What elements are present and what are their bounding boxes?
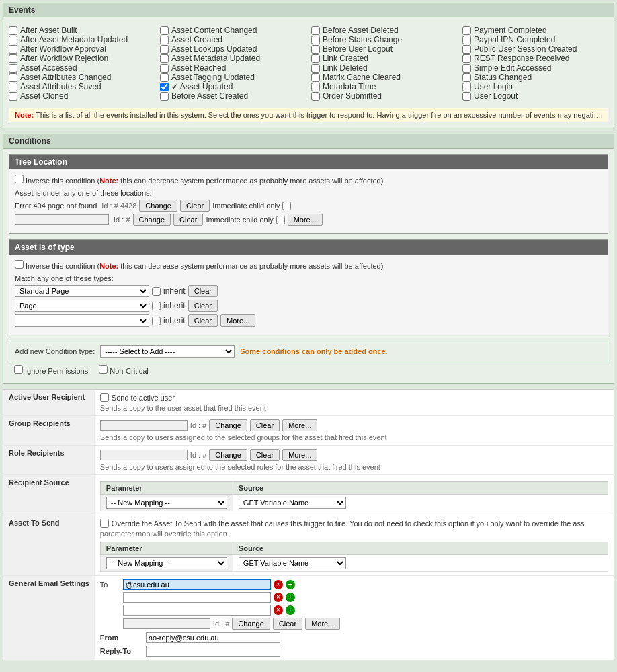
role-recipients-clear[interactable]: Clear (250, 449, 280, 461)
active-user-label-cell: Active User Recipient (3, 390, 95, 416)
group-recipients-input[interactable] (100, 420, 188, 431)
general-email-replyto-input[interactable] (146, 646, 280, 657)
general-email-to-input-row-2: × + (123, 592, 608, 603)
event-after-metadata-checkbox[interactable] (9, 36, 17, 44)
event-link-deleted-checkbox[interactable] (311, 64, 320, 73)
non-critical-checkbox[interactable] (99, 365, 108, 374)
tree-location-clear-2[interactable]: Clear (173, 214, 203, 226)
general-email-remove-1[interactable]: × (274, 580, 283, 589)
asset-type-clear-1[interactable]: Clear (188, 285, 218, 297)
general-email-remove-3[interactable]: × (274, 605, 283, 615)
tree-location-immediate-checkbox-2[interactable] (276, 216, 285, 224)
general-email-from-input[interactable] (146, 632, 280, 643)
active-user-send-checkbox[interactable] (100, 393, 109, 402)
asset-to-send-param-select[interactable]: -- New Mapping -- (106, 557, 227, 569)
event-rest-response-checkbox[interactable] (462, 54, 471, 63)
group-recipients-clear[interactable]: Clear (250, 419, 280, 431)
event-asset-cloned-checkbox[interactable] (9, 92, 17, 101)
asset-type-clear-3[interactable]: Clear (188, 314, 218, 327)
asset-type-match-label: Match any one of these types: (15, 274, 114, 282)
ignore-permissions-checkbox[interactable] (14, 365, 23, 374)
role-recipients-change[interactable]: Change (209, 449, 247, 461)
asset-type-block: Asset is of type Inverse this condition … (9, 239, 608, 335)
asset-type-inverse-row: Inverse this condition (Note: this can d… (15, 260, 602, 270)
asset-type-select-3[interactable] (15, 314, 149, 327)
role-recipients-id-row: Id : # Change Clear More... (100, 449, 608, 461)
asset-type-inherit-checkbox-1[interactable] (152, 287, 161, 296)
tree-location-more-2[interactable]: More... (288, 214, 323, 226)
asset-type-inverse-checkbox[interactable] (15, 260, 24, 269)
asset-type-inherit-checkbox-2[interactable] (152, 302, 161, 310)
tree-location-clear-1[interactable]: Clear (180, 200, 210, 212)
event-before-asset-created-checkbox[interactable] (160, 92, 169, 101)
asset-type-select-2[interactable]: Page (15, 300, 149, 312)
tree-location-immediate-checkbox-1[interactable] (282, 202, 291, 210)
asset-to-send-data-row: -- New Mapping -- GET Variable Name (100, 555, 608, 572)
event-paypal-ipn-checkbox[interactable] (462, 36, 471, 44)
event-user-logout-checkbox[interactable] (462, 92, 471, 101)
asset-type-inherit-label-1: inherit (163, 286, 186, 296)
recipient-source-param-select[interactable]: -- New Mapping -- (106, 497, 227, 509)
event-workflow-approval-checkbox[interactable] (9, 45, 17, 54)
general-email-to-clear[interactable]: Clear (273, 618, 302, 630)
asset-type-select-1[interactable]: Standard Page (15, 285, 149, 297)
role-recipients-more[interactable]: More... (282, 449, 317, 461)
event-workflow-rejection-checkbox[interactable] (9, 54, 17, 63)
event-asset-accessed-checkbox[interactable] (9, 64, 17, 73)
general-email-remove-2[interactable]: × (274, 593, 283, 602)
asset-type-inherit-checkbox-3[interactable] (152, 317, 161, 325)
general-email-to-input-3[interactable] (123, 605, 271, 616)
event-lookups-updated-checkbox[interactable] (160, 45, 169, 54)
event-content-changed-checkbox[interactable] (160, 26, 169, 35)
event-attributes-changed-checkbox[interactable] (9, 73, 17, 82)
event-asset-reached: Asset Reached (160, 63, 306, 73)
asset-type-items: Standard Page inherit Clear Page inherit… (15, 285, 602, 327)
event-simple-edit-checkbox[interactable] (462, 64, 471, 73)
recipient-source-source-select[interactable]: GET Variable Name (239, 497, 346, 509)
event-asset-reached-checkbox[interactable] (160, 64, 169, 73)
tree-location-input-2[interactable] (15, 214, 109, 225)
group-recipients-change[interactable]: Change (209, 419, 247, 431)
general-email-add-2[interactable]: + (286, 593, 295, 602)
event-payment-completed-checkbox[interactable] (462, 26, 471, 35)
general-email-to-input-1[interactable] (123, 579, 271, 590)
event-before-user-logout-label: Before User Logout (323, 44, 393, 54)
event-before-asset-deleted-checkbox[interactable] (311, 26, 320, 35)
events-body: After Asset Built After Asset Metadata U… (3, 17, 614, 128)
general-email-add-3[interactable]: + (286, 605, 295, 615)
event-tagging-updated-checkbox[interactable] (160, 73, 169, 82)
event-status-changed-checkbox[interactable] (462, 73, 471, 82)
asset-type-more-3[interactable]: More... (220, 314, 255, 327)
event-after-asset-built-checkbox[interactable] (9, 26, 17, 35)
tree-location-inverse-checkbox[interactable] (15, 175, 24, 183)
tree-location-change-1[interactable]: Change (139, 200, 177, 212)
event-attributes-saved-checkbox[interactable] (9, 83, 17, 91)
general-email-to-more[interactable]: More... (305, 618, 340, 630)
event-link-deleted-label: Link Deleted (323, 63, 368, 73)
general-email-to-input-2[interactable] (123, 592, 271, 603)
asset-type-clear-2[interactable]: Clear (188, 300, 218, 312)
event-asset-meta-updated-checkbox[interactable] (160, 54, 169, 63)
event-user-login-checkbox[interactable] (462, 83, 471, 91)
add-condition-select[interactable]: ----- Select to Add ---- (100, 345, 235, 358)
tree-location-immediate-label-1: Immediate child only (212, 202, 280, 210)
event-metadata-time-label: Metadata Time (323, 82, 376, 91)
group-recipients-more[interactable]: More... (282, 419, 317, 431)
general-email-add-1[interactable]: + (286, 580, 295, 589)
role-recipients-input[interactable] (100, 450, 188, 460)
event-order-submitted-checkbox[interactable] (311, 92, 320, 101)
event-link-created-checkbox[interactable] (311, 54, 320, 63)
event-metadata-time-checkbox[interactable] (311, 83, 320, 91)
general-email-to-change[interactable]: Change (232, 618, 270, 630)
events-col2: Asset Content Changed Asset Created Asse… (160, 26, 306, 101)
event-asset-created-checkbox[interactable] (160, 36, 169, 44)
asset-to-send-source-select[interactable]: GET Variable Name (239, 557, 346, 569)
event-before-user-logout-checkbox[interactable] (311, 45, 320, 54)
asset-to-send-override-checkbox[interactable] (100, 519, 109, 528)
tree-location-change-2[interactable]: Change (133, 214, 171, 226)
general-email-to-id-input[interactable] (123, 618, 210, 629)
event-matrix-cache-cleared-checkbox[interactable] (311, 73, 320, 82)
event-asset-updated-checkbox[interactable] (160, 83, 169, 91)
event-before-status-change-checkbox[interactable] (311, 36, 320, 44)
event-public-user-session-checkbox[interactable] (462, 45, 471, 54)
